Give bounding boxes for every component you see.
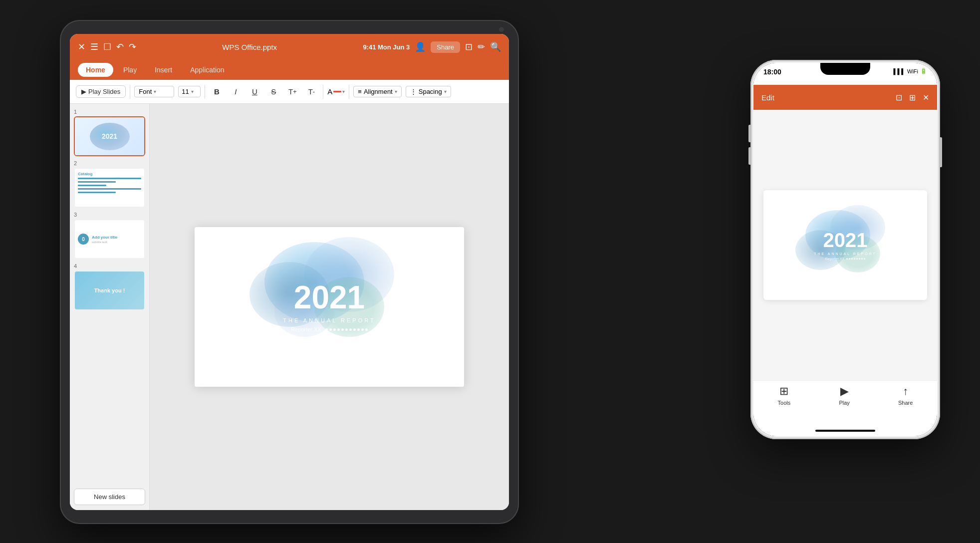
topbar-left: ✕ ☰ ☐ ↶ ↷: [78, 41, 136, 52]
bold-button[interactable]: B: [209, 84, 224, 99]
slides-view-icon[interactable]: ⊡: [465, 41, 473, 52]
home-bar[interactable]: [815, 430, 875, 432]
phone-slide-subtitle: THE ANNUAL REPORT: [814, 252, 877, 256]
share-button[interactable]: Share: [431, 41, 460, 53]
tablet-camera: [499, 27, 504, 32]
chevron-down-icon: ▾: [154, 89, 156, 94]
phone-save-icon[interactable]: ⊡: [896, 93, 902, 102]
slide2-line5: [78, 192, 116, 193]
slide3-subtitle: subtitle text: [92, 241, 118, 244]
phone-slide-year: 2021: [814, 230, 877, 250]
phone-status-icons: ▌▌▌ WiFi 🔋: [894, 68, 927, 74]
phone-power-button: [940, 137, 942, 167]
spacing-button[interactable]: ⋮ Spacing ▾: [406, 86, 451, 97]
slide-number-1: 1: [74, 109, 145, 115]
phone-play-button[interactable]: ▶ Play: [839, 385, 849, 406]
slide-number-4: 4: [74, 263, 145, 269]
tablet-navbar: Home Play Insert Application: [70, 60, 509, 80]
slide-thumbnail-1[interactable]: 1 2021: [74, 109, 145, 156]
undo-icon[interactable]: ↶: [116, 41, 124, 52]
strikethrough-button[interactable]: S: [266, 84, 281, 99]
chevron-down-icon: ▾: [395, 89, 397, 94]
pen-icon[interactable]: ✏: [478, 41, 485, 52]
tab-application[interactable]: Application: [182, 63, 233, 77]
underline-button[interactable]: U: [247, 84, 262, 99]
tablet-topbar: ✕ ☰ ☐ ↶ ↷ WPS Office.pptx 9:41 Mon Jun 3…: [70, 34, 509, 60]
chevron-down-icon: ▾: [444, 89, 447, 94]
phone-notch: [820, 63, 870, 75]
font-color-selector[interactable]: A ▾: [327, 87, 345, 96]
slide-image-1: 2021: [74, 116, 145, 156]
align-icon: ≡: [358, 88, 362, 95]
avatar-icon[interactable]: 👤: [415, 41, 426, 52]
separator-3: [323, 85, 323, 99]
close-icon[interactable]: ✕: [78, 41, 85, 52]
phone-dots: [846, 258, 865, 260]
edit-icon[interactable]: ☐: [103, 41, 111, 52]
tab-insert[interactable]: Insert: [147, 63, 180, 77]
signal-icon: ▌▌▌: [894, 68, 905, 74]
superscript-button[interactable]: T+: [285, 84, 300, 99]
play-slides-button[interactable]: ▶ Play Slides: [76, 85, 126, 98]
phone-volume-down: [748, 147, 750, 165]
slide1-year: 2021: [102, 132, 117, 140]
phone-tools-button[interactable]: ⊞ Tools: [778, 385, 791, 406]
play-label: Play: [839, 400, 849, 406]
slide1-watercolor: 2021: [90, 123, 130, 150]
phone-status-bar: 18:00 ▌▌▌ WiFi 🔋: [753, 63, 937, 85]
tab-play[interactable]: Play: [115, 63, 145, 77]
phone: 18:00 ▌▌▌ WiFi 🔋 Edit ⊡ ⊞ ✕: [750, 60, 940, 439]
slide-thumbnail-2[interactable]: 2 Catalog: [74, 160, 145, 208]
phone-edit-label[interactable]: Edit: [761, 93, 774, 102]
tools-icon: ⊞: [779, 385, 788, 398]
chevron-down-icon: ▾: [191, 89, 194, 94]
battery-icon: 🔋: [920, 68, 927, 74]
separator-1: [130, 85, 130, 99]
phone-slide-area: 2021 THE ANNUAL REPORT Reporter:XX: [753, 110, 937, 380]
font-selector[interactable]: Font ▾: [134, 86, 174, 97]
phone-share-button[interactable]: ↑ Share: [898, 385, 913, 406]
share-icon: ↑: [903, 385, 908, 398]
redo-icon[interactable]: ↷: [129, 41, 136, 52]
slide-number-2: 2: [74, 160, 145, 166]
separator-2: [205, 85, 205, 99]
separator-4: [349, 85, 349, 99]
main-slide-reporter: Reporter:XX: [283, 326, 375, 332]
main-slide-subtitle: THE ANNUAL REPORT: [283, 317, 375, 323]
phone-time: 18:00: [763, 68, 781, 76]
italic-button[interactable]: I: [228, 84, 243, 99]
chevron-down-icon: ▾: [342, 89, 345, 94]
play-icon: ▶: [81, 88, 86, 95]
main-slide-content: 2021 THE ANNUAL REPORT Reporter:XX: [283, 281, 375, 332]
phone-slide-reporter: Reporter:XX: [814, 257, 877, 261]
search-icon[interactable]: 🔍: [490, 41, 501, 52]
slide2-line3: [78, 185, 106, 186]
topbar-time: 9:41 Mon Jun 3: [363, 43, 410, 51]
menu-icon[interactable]: ☰: [90, 41, 98, 52]
font-size-selector[interactable]: 11 ▾: [178, 86, 201, 97]
phone-slide-content: 2021 THE ANNUAL REPORT Reporter:XX: [814, 230, 877, 261]
slide-thumbnail-3[interactable]: 3 0 Add your title subtitle text: [74, 212, 145, 259]
alignment-button[interactable]: ≡ Alignment ▾: [353, 86, 401, 97]
phone-screen: 18:00 ▌▌▌ WiFi 🔋 Edit ⊡ ⊞ ✕: [753, 63, 937, 436]
tools-label: Tools: [778, 400, 791, 406]
subscript-button[interactable]: T-: [304, 84, 319, 99]
tablet: ✕ ☰ ☐ ↶ ↷ WPS Office.pptx 9:41 Mon Jun 3…: [60, 20, 519, 524]
tab-home[interactable]: Home: [78, 63, 113, 77]
slide-thumbnail-4[interactable]: 4 Thank you !: [74, 263, 145, 310]
slide-panel: 1 2021 2: [70, 104, 150, 510]
spacing-icon: ⋮: [410, 88, 417, 95]
slide-image-2: Catalog: [74, 168, 145, 208]
new-slides-button[interactable]: New slides: [74, 489, 145, 505]
phone-layout-icon[interactable]: ⊞: [909, 93, 916, 102]
phone-header-icons: ⊡ ⊞ ✕: [896, 93, 929, 102]
phone-inner: 18:00 ▌▌▌ WiFi 🔋 Edit ⊡ ⊞ ✕: [753, 63, 937, 436]
phone-bottom-bar: ⊞ Tools ▶ Play ↑ Share: [753, 380, 937, 425]
phone-home-indicator: [753, 425, 937, 436]
main-slide-year: 2021: [283, 281, 375, 313]
slide2-line2: [78, 181, 116, 183]
slide2-catalog-text: Catalog: [78, 172, 141, 176]
slide-area: 2021 THE ANNUAL REPORT Reporter:XX: [150, 104, 509, 510]
phone-close-icon[interactable]: ✕: [923, 93, 929, 102]
slide2-line4: [78, 188, 141, 190]
